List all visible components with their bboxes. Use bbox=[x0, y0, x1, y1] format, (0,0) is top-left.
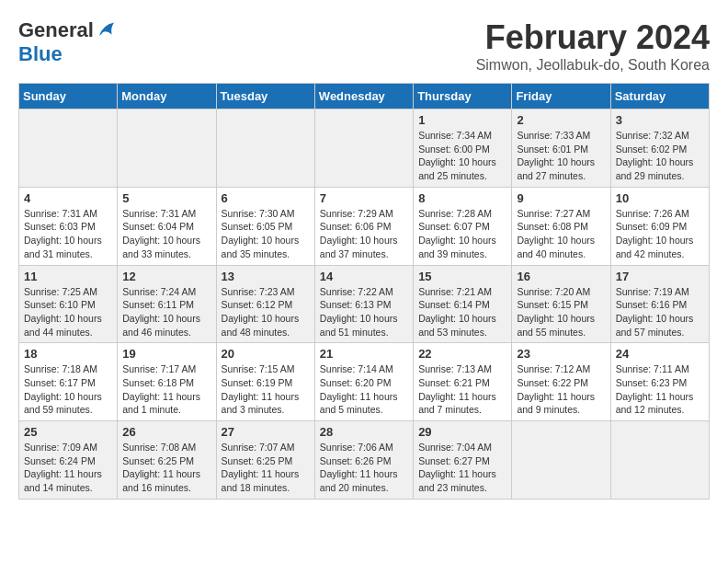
day-number: 23 bbox=[517, 347, 605, 361]
table-row: 17Sunrise: 7:19 AM Sunset: 6:16 PM Dayli… bbox=[610, 265, 709, 343]
table-row: 29Sunrise: 7:04 AM Sunset: 6:27 PM Dayli… bbox=[414, 421, 512, 500]
day-number: 21 bbox=[320, 347, 408, 361]
day-number: 10 bbox=[616, 191, 704, 205]
day-number: 5 bbox=[122, 191, 210, 205]
day-number: 3 bbox=[616, 113, 704, 127]
calendar-week-row: 25Sunrise: 7:09 AM Sunset: 6:24 PM Dayli… bbox=[19, 421, 710, 500]
table-row: 7Sunrise: 7:29 AM Sunset: 6:06 PM Daylig… bbox=[314, 187, 413, 265]
header-sunday: Sunday bbox=[19, 84, 118, 109]
table-row: 21Sunrise: 7:14 AM Sunset: 6:20 PM Dayli… bbox=[314, 343, 413, 421]
day-number: 7 bbox=[320, 191, 408, 205]
table-row bbox=[314, 109, 413, 188]
day-info: Sunrise: 7:18 AM Sunset: 6:17 PM Dayligh… bbox=[24, 362, 112, 417]
day-number: 19 bbox=[122, 347, 210, 361]
table-row bbox=[512, 421, 610, 500]
table-row: 11Sunrise: 7:25 AM Sunset: 6:10 PM Dayli… bbox=[19, 265, 118, 343]
day-number: 26 bbox=[122, 425, 210, 439]
day-number: 13 bbox=[222, 270, 310, 283]
table-row: 23Sunrise: 7:12 AM Sunset: 6:22 PM Dayli… bbox=[512, 343, 610, 421]
table-row: 27Sunrise: 7:07 AM Sunset: 6:25 PM Dayli… bbox=[216, 421, 314, 500]
day-info: Sunrise: 7:04 AM Sunset: 6:27 PM Dayligh… bbox=[418, 441, 506, 495]
table-row: 8Sunrise: 7:28 AM Sunset: 6:07 PM Daylig… bbox=[414, 187, 512, 265]
table-row: 26Sunrise: 7:08 AM Sunset: 6:25 PM Dayli… bbox=[118, 421, 216, 500]
table-row: 16Sunrise: 7:20 AM Sunset: 6:15 PM Dayli… bbox=[512, 265, 610, 343]
day-info: Sunrise: 7:15 AM Sunset: 6:19 PM Dayligh… bbox=[222, 362, 310, 417]
calendar-table: Sunday Monday Tuesday Wednesday Thursday… bbox=[18, 83, 710, 500]
day-number: 9 bbox=[517, 191, 605, 205]
day-info: Sunrise: 7:30 AM Sunset: 6:05 PM Dayligh… bbox=[222, 207, 310, 261]
day-number: 6 bbox=[222, 191, 310, 205]
logo: General Blue bbox=[18, 18, 118, 66]
day-info: Sunrise: 7:23 AM Sunset: 6:12 PM Dayligh… bbox=[222, 285, 310, 339]
header-tuesday: Tuesday bbox=[216, 84, 314, 109]
day-info: Sunrise: 7:27 AM Sunset: 6:08 PM Dayligh… bbox=[517, 207, 605, 261]
day-info: Sunrise: 7:09 AM Sunset: 6:24 PM Dayligh… bbox=[24, 441, 112, 495]
day-number: 20 bbox=[222, 347, 310, 361]
day-info: Sunrise: 7:06 AM Sunset: 6:26 PM Dayligh… bbox=[320, 441, 408, 495]
day-number: 22 bbox=[418, 347, 506, 361]
calendar-header-row: Sunday Monday Tuesday Wednesday Thursday… bbox=[19, 84, 710, 109]
day-info: Sunrise: 7:17 AM Sunset: 6:18 PM Dayligh… bbox=[122, 362, 210, 417]
day-number: 25 bbox=[24, 425, 112, 439]
day-info: Sunrise: 7:31 AM Sunset: 6:03 PM Dayligh… bbox=[24, 207, 112, 261]
calendar-week-row: 4Sunrise: 7:31 AM Sunset: 6:03 PM Daylig… bbox=[19, 187, 710, 265]
logo-blue-text: Blue bbox=[18, 42, 63, 65]
logo-general-text: General bbox=[18, 18, 94, 42]
location-text: Simwon, Jeollabuk-do, South Korea bbox=[476, 57, 710, 74]
day-info: Sunrise: 7:28 AM Sunset: 6:07 PM Dayligh… bbox=[418, 207, 506, 261]
table-row: 1Sunrise: 7:34 AM Sunset: 6:00 PM Daylig… bbox=[414, 109, 512, 188]
table-row: 25Sunrise: 7:09 AM Sunset: 6:24 PM Dayli… bbox=[19, 421, 118, 500]
day-info: Sunrise: 7:34 AM Sunset: 6:00 PM Dayligh… bbox=[418, 129, 506, 183]
day-number: 24 bbox=[616, 347, 704, 361]
day-number: 2 bbox=[517, 113, 605, 127]
table-row: 19Sunrise: 7:17 AM Sunset: 6:18 PM Dayli… bbox=[118, 343, 216, 421]
table-row: 28Sunrise: 7:06 AM Sunset: 6:26 PM Dayli… bbox=[314, 421, 413, 500]
table-row: 2Sunrise: 7:33 AM Sunset: 6:01 PM Daylig… bbox=[512, 109, 610, 188]
day-info: Sunrise: 7:31 AM Sunset: 6:04 PM Dayligh… bbox=[122, 207, 210, 261]
day-number: 27 bbox=[222, 425, 310, 439]
table-row bbox=[19, 109, 118, 188]
day-info: Sunrise: 7:08 AM Sunset: 6:25 PM Dayligh… bbox=[122, 441, 210, 495]
calendar-week-row: 1Sunrise: 7:34 AM Sunset: 6:00 PM Daylig… bbox=[19, 109, 710, 188]
day-number: 8 bbox=[418, 191, 506, 205]
table-row: 24Sunrise: 7:11 AM Sunset: 6:23 PM Dayli… bbox=[610, 343, 709, 421]
day-info: Sunrise: 7:07 AM Sunset: 6:25 PM Dayligh… bbox=[222, 441, 310, 495]
table-row bbox=[216, 109, 314, 188]
day-info: Sunrise: 7:24 AM Sunset: 6:11 PM Dayligh… bbox=[122, 285, 210, 339]
table-row: 15Sunrise: 7:21 AM Sunset: 6:14 PM Dayli… bbox=[414, 265, 512, 343]
logo-bird-icon bbox=[96, 21, 118, 40]
header-wednesday: Wednesday bbox=[314, 84, 413, 109]
day-number: 1 bbox=[418, 113, 506, 127]
header-friday: Friday bbox=[512, 84, 610, 109]
day-number: 18 bbox=[24, 347, 112, 361]
day-info: Sunrise: 7:11 AM Sunset: 6:23 PM Dayligh… bbox=[616, 362, 704, 417]
table-row bbox=[610, 421, 709, 500]
table-row: 4Sunrise: 7:31 AM Sunset: 6:03 PM Daylig… bbox=[19, 187, 118, 265]
day-info: Sunrise: 7:21 AM Sunset: 6:14 PM Dayligh… bbox=[418, 285, 506, 339]
table-row: 6Sunrise: 7:30 AM Sunset: 6:05 PM Daylig… bbox=[216, 187, 314, 265]
day-number: 12 bbox=[122, 270, 210, 283]
calendar-week-row: 18Sunrise: 7:18 AM Sunset: 6:17 PM Dayli… bbox=[19, 343, 710, 421]
day-number: 16 bbox=[517, 270, 605, 283]
calendar-week-row: 11Sunrise: 7:25 AM Sunset: 6:10 PM Dayli… bbox=[19, 265, 710, 343]
day-number: 4 bbox=[24, 191, 112, 205]
table-row bbox=[118, 109, 216, 188]
table-row: 12Sunrise: 7:24 AM Sunset: 6:11 PM Dayli… bbox=[118, 265, 216, 343]
table-row: 3Sunrise: 7:32 AM Sunset: 6:02 PM Daylig… bbox=[610, 109, 709, 188]
day-info: Sunrise: 7:14 AM Sunset: 6:20 PM Dayligh… bbox=[320, 362, 408, 417]
table-row: 5Sunrise: 7:31 AM Sunset: 6:04 PM Daylig… bbox=[118, 187, 216, 265]
day-number: 11 bbox=[24, 270, 112, 283]
title-section: February 2024 Simwon, Jeollabuk-do, Sout… bbox=[476, 18, 710, 74]
page-header: General Blue February 2024 Simwon, Jeoll… bbox=[18, 18, 710, 74]
day-info: Sunrise: 7:29 AM Sunset: 6:06 PM Dayligh… bbox=[320, 207, 408, 261]
header-saturday: Saturday bbox=[610, 84, 709, 109]
day-number: 17 bbox=[616, 270, 704, 283]
day-info: Sunrise: 7:26 AM Sunset: 6:09 PM Dayligh… bbox=[616, 207, 704, 261]
day-info: Sunrise: 7:22 AM Sunset: 6:13 PM Dayligh… bbox=[320, 285, 408, 339]
day-info: Sunrise: 7:25 AM Sunset: 6:10 PM Dayligh… bbox=[24, 285, 112, 339]
day-info: Sunrise: 7:33 AM Sunset: 6:01 PM Dayligh… bbox=[517, 129, 605, 183]
day-info: Sunrise: 7:13 AM Sunset: 6:21 PM Dayligh… bbox=[418, 362, 506, 417]
day-number: 28 bbox=[320, 425, 408, 439]
header-monday: Monday bbox=[118, 84, 216, 109]
month-title: February 2024 bbox=[476, 18, 710, 57]
